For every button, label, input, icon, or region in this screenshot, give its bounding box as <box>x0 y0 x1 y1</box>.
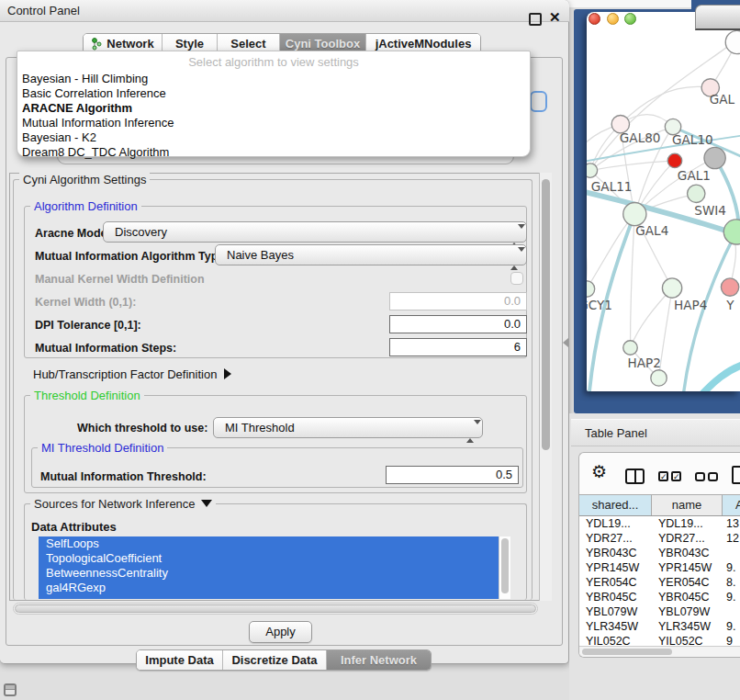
attributes-list-scrollbar[interactable] <box>499 536 510 599</box>
table-cell[interactable]: YPR145W <box>579 560 652 575</box>
table-cell[interactable]: YER054C <box>652 575 723 590</box>
sources-group-title[interactable]: Sources for Network Inference <box>30 497 216 511</box>
attribute-list-item-selected[interactable]: TopologicalCoefficient <box>39 551 510 566</box>
network-node[interactable] <box>723 220 740 244</box>
expander-arrow-icon[interactable] <box>224 368 231 379</box>
tab-infer-network[interactable]: Infer Network <box>327 650 431 670</box>
minimized-panel-icon[interactable] <box>4 683 17 696</box>
collapse-arrow-icon[interactable] <box>201 500 212 507</box>
algorithm-option[interactable]: Mutual Information Inference <box>17 116 530 130</box>
attribute-list-item-selected[interactable]: BetweennessCentrality <box>39 566 510 581</box>
network-node[interactable] <box>704 147 725 168</box>
select-all-checkbox2-icon[interactable]: ✓ <box>671 471 681 481</box>
table-cell[interactable]: YLR345W <box>652 619 723 634</box>
window-close-button[interactable] <box>589 13 600 25</box>
gear-icon[interactable]: ⚙ <box>591 461 607 482</box>
tab-discretize-data[interactable]: Discretize Data <box>223 650 327 670</box>
aracne-mode-combo[interactable]: Discovery <box>103 221 527 243</box>
network-nodes[interactable]: GALGAL80GAL10GAL1GAL11SWI4GAL4GCY1HAP4YH… <box>587 30 740 386</box>
network-node-hap4[interactable] <box>662 278 681 298</box>
float-window-icon[interactable] <box>529 13 542 26</box>
apply-button[interactable]: Apply <box>249 621 312 643</box>
table-cell[interactable]: YLR345W <box>579 619 652 634</box>
network-node[interactable] <box>725 30 740 53</box>
table-cell[interactable] <box>723 546 740 560</box>
scrollbar-thumb[interactable] <box>582 649 672 655</box>
network-node-gal4[interactable] <box>623 202 646 225</box>
network-view-window[interactable]: GALGAL80GAL10GAL1GAL11SWI4GAL4GCY1HAP4YH… <box>587 12 740 391</box>
scrollbar-thumb[interactable] <box>15 604 536 613</box>
table-cell[interactable]: YBR043C <box>652 546 723 560</box>
dpi-tolerance-field[interactable]: 0.0 <box>389 315 527 333</box>
table-cell[interactable]: 13 <box>723 516 740 531</box>
network-node-swi4[interactable] <box>688 185 705 202</box>
table-cell[interactable]: YBR043C <box>579 546 652 560</box>
mi-threshold-field[interactable]: 0.5 <box>386 466 519 484</box>
table-row[interactable]: YER054CYER054C8. <box>579 575 740 590</box>
table-cell[interactable]: YDR27... <box>579 531 652 546</box>
network-node-gal11[interactable] <box>587 164 598 178</box>
deselect-checkbox2-icon[interactable] <box>708 472 718 481</box>
table-cell[interactable]: YBR045C <box>579 590 652 604</box>
network-node[interactable] <box>651 370 667 386</box>
mi-steps-field[interactable]: 6 <box>389 338 527 356</box>
scrollbar-thumb[interactable] <box>501 538 509 593</box>
algorithm-option[interactable]: ARACNE Algorithm <box>17 101 530 116</box>
control-panel-titlebar[interactable]: Control Panel <box>0 0 569 22</box>
table-cell[interactable]: YDL19... <box>652 516 723 531</box>
settings-vertical-scrollbar[interactable] <box>539 173 552 601</box>
table-cell[interactable]: 9. <box>723 560 740 575</box>
hub-definition-expander[interactable]: Hub/Transcription Factor Definition <box>33 367 231 381</box>
window-minimize-button[interactable] <box>607 13 619 25</box>
table-row[interactable]: YDR27...YDR27...12 <box>579 531 740 546</box>
table-cell[interactable]: YDL19... <box>579 516 652 531</box>
split-columns-icon[interactable] <box>625 469 645 484</box>
network-node-y[interactable] <box>721 278 738 296</box>
table-cell[interactable]: YBR045C <box>652 590 723 604</box>
table-horizontal-scrollbar[interactable] <box>579 646 740 657</box>
table-row[interactable]: YBR045CYBR045C9. <box>579 590 740 604</box>
table-cell[interactable]: YBL079W <box>579 604 652 619</box>
attribute-list-item-selected[interactable]: SelfLoops <box>39 536 510 551</box>
close-icon[interactable]: ✕ <box>549 9 561 26</box>
table-cell[interactable]: YPR145W <box>652 560 723 575</box>
table-cell[interactable]: YER054C <box>579 575 652 590</box>
table-cell[interactable]: 8. <box>723 575 740 590</box>
column-header-partial[interactable]: A <box>723 495 740 515</box>
table-cell[interactable]: YIL052C <box>579 634 652 646</box>
table-cell[interactable]: 12 <box>723 531 740 546</box>
column-header-name[interactable]: name <box>652 495 723 515</box>
tab-impute-data[interactable]: Impute Data <box>137 650 223 670</box>
table-row[interactable]: YBL079WYBL079W <box>579 604 740 619</box>
splitter-handle[interactable] <box>563 338 568 347</box>
mi-type-combo[interactable]: Naive Bayes <box>215 244 527 265</box>
table-cell[interactable]: 9 <box>723 634 740 646</box>
table-cell[interactable]: YBL079W <box>652 604 723 619</box>
column-header-shared[interactable]: shared... <box>579 495 652 515</box>
table-row[interactable]: YIL052CYIL052C9 <box>579 634 740 646</box>
table-cell[interactable]: YIL052C <box>652 634 723 646</box>
table-row[interactable]: YDL19...YDL19...13 <box>579 516 740 531</box>
network-node-gcy1[interactable] <box>587 281 595 297</box>
algorithm-option[interactable]: Basic Correlation Inference <box>17 86 530 101</box>
manual-kernel-checkbox[interactable] <box>510 272 523 285</box>
window-zoom-button[interactable] <box>624 13 636 25</box>
table-panel-titlebar[interactable]: Table Panel <box>571 419 740 446</box>
document-icon[interactable] <box>732 466 740 484</box>
settings-horizontal-scrollbar[interactable] <box>13 603 538 615</box>
algorithm-option[interactable]: Dream8 DC_TDC Algorithm <box>17 145 530 160</box>
table-cell[interactable] <box>723 604 740 619</box>
network-node-hap2[interactable] <box>623 341 638 356</box>
table-row[interactable]: YLR345WYLR345W9. <box>579 619 740 634</box>
attribute-list-item-selected[interactable]: gal4RGexp <box>39 581 510 595</box>
kernel-width-field[interactable]: 0.0 <box>389 292 527 310</box>
network-node-gal1[interactable] <box>667 153 682 168</box>
network-graph[interactable]: GALGAL80GAL10GAL1GAL11SWI4GAL4GCY1HAP4YH… <box>587 12 740 391</box>
select-all-checkbox-icon[interactable]: ✓ <box>658 471 668 481</box>
table-cell[interactable]: 9. <box>723 590 740 604</box>
which-threshold-combo[interactable]: MI Threshold <box>213 417 483 438</box>
data-attributes-list[interactable]: SelfLoopsTopologicalCoefficientBetweenne… <box>39 536 510 599</box>
scrollbar-thumb[interactable] <box>542 179 550 450</box>
algorithm-option[interactable]: Bayesian - K2 <box>17 130 530 145</box>
table-cell[interactable]: YDR27... <box>652 531 723 546</box>
